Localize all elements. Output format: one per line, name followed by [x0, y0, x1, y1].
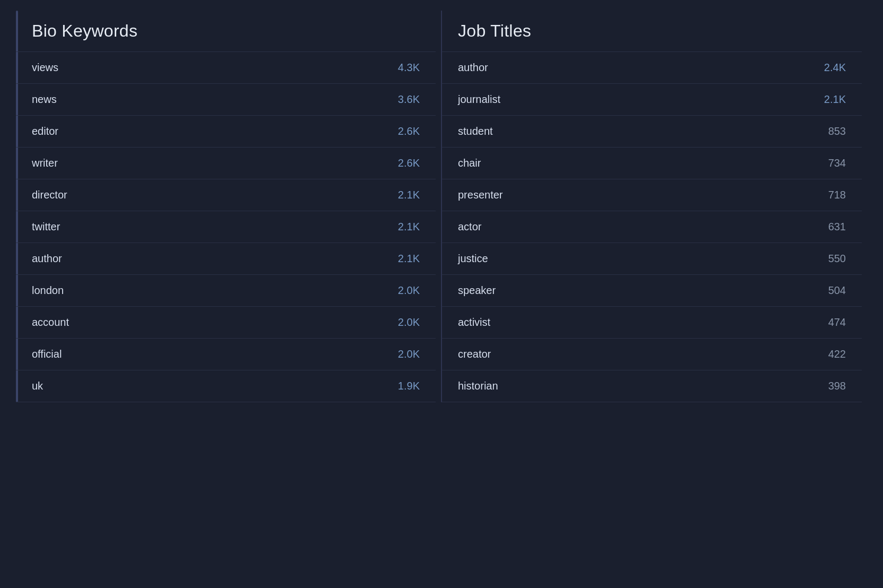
job-titles-list[interactable]: author2.4Kjournalist2.1Kstudent853chair7…	[442, 51, 867, 402]
item-value: 631	[828, 221, 846, 233]
list-item: presenter718	[442, 179, 862, 211]
list-item: author2.1K	[16, 243, 436, 275]
list-item: author2.4K	[442, 51, 862, 84]
item-value: 2.1K	[398, 189, 420, 201]
item-label: presenter	[458, 189, 503, 201]
job-titles-panel: Job Titles author2.4Kjournalist2.1Kstude…	[442, 11, 867, 402]
list-item: account2.0K	[16, 307, 436, 339]
item-label: views	[32, 62, 58, 74]
item-label: author	[458, 62, 488, 74]
item-label: historian	[458, 380, 498, 392]
item-value: 2.0K	[398, 284, 420, 297]
item-label: account	[32, 316, 69, 328]
bio-keywords-title: Bio Keywords	[16, 11, 441, 51]
item-value: 2.6K	[398, 125, 420, 137]
item-label: london	[32, 284, 64, 297]
list-item: twitter2.1K	[16, 211, 436, 243]
item-value: 2.4K	[824, 62, 846, 74]
item-value: 4.3K	[398, 62, 420, 74]
item-label: writer	[32, 157, 58, 169]
list-item: student853	[442, 116, 862, 148]
list-item: news3.6K	[16, 84, 436, 116]
item-value: 1.9K	[398, 380, 420, 392]
item-value: 422	[828, 348, 846, 360]
item-label: justice	[458, 253, 488, 265]
bio-keywords-list[interactable]: views4.3Knews3.6Keditor2.6Kwriter2.6Kdir…	[16, 51, 441, 402]
list-item: uk1.9K	[16, 370, 436, 402]
item-value: 550	[828, 253, 846, 265]
item-label: chair	[458, 157, 481, 169]
item-label: editor	[32, 125, 58, 137]
item-value: 734	[828, 157, 846, 169]
list-item: historian398	[442, 370, 862, 402]
bio-keywords-panel: Bio Keywords views4.3Knews3.6Keditor2.6K…	[16, 11, 441, 402]
list-item: official2.0K	[16, 339, 436, 370]
item-value: 2.6K	[398, 157, 420, 169]
list-item: editor2.6K	[16, 116, 436, 148]
item-label: twitter	[32, 221, 60, 233]
list-item: writer2.6K	[16, 148, 436, 179]
item-value: 2.1K	[398, 221, 420, 233]
list-item: creator422	[442, 339, 862, 370]
item-value: 853	[828, 125, 846, 137]
item-label: activist	[458, 316, 490, 328]
item-value: 2.1K	[824, 93, 846, 106]
item-label: student	[458, 125, 493, 137]
list-item: activist474	[442, 307, 862, 339]
item-label: speaker	[458, 284, 496, 297]
list-item: views4.3K	[16, 51, 436, 84]
list-item: actor631	[442, 211, 862, 243]
job-titles-title: Job Titles	[442, 11, 867, 51]
list-item: chair734	[442, 148, 862, 179]
list-item: director2.1K	[16, 179, 436, 211]
panels-container: Bio Keywords views4.3Knews3.6Keditor2.6K…	[16, 11, 867, 402]
item-label: uk	[32, 380, 43, 392]
list-item: justice550	[442, 243, 862, 275]
item-value: 474	[828, 316, 846, 328]
item-value: 504	[828, 284, 846, 297]
item-value: 2.1K	[398, 253, 420, 265]
item-label: author	[32, 253, 62, 265]
list-item: journalist2.1K	[442, 84, 862, 116]
item-label: creator	[458, 348, 491, 360]
list-item: speaker504	[442, 275, 862, 307]
item-label: news	[32, 93, 57, 106]
item-value: 718	[828, 189, 846, 201]
item-label: official	[32, 348, 62, 360]
item-label: actor	[458, 221, 481, 233]
item-label: journalist	[458, 93, 500, 106]
item-label: director	[32, 189, 67, 201]
list-item: london2.0K	[16, 275, 436, 307]
item-value: 398	[828, 380, 846, 392]
item-value: 2.0K	[398, 348, 420, 360]
item-value: 2.0K	[398, 316, 420, 328]
item-value: 3.6K	[398, 93, 420, 106]
